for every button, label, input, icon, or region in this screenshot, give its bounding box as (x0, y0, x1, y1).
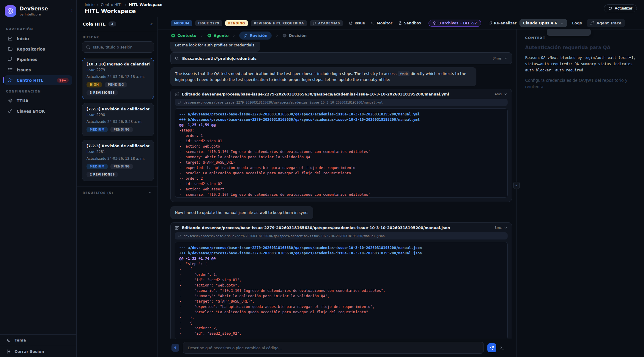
workspace-lower: Contexto Agente Revisión (158, 29, 644, 357)
diff-line: - target: ${APP_BASE_URL} (179, 160, 503, 165)
status-badge: PENDING (110, 127, 133, 132)
sidebar-item-pipelines[interactable]: Pipelines (4, 54, 72, 64)
diff-line: - "expected": "La aplicación queda acces… (179, 304, 503, 309)
card-updated: Actualizado 24-03-26, 12:18 a. m. (86, 156, 149, 161)
diff-viewer[interactable]: --- a/devsense/process/base-issue-2279-2… (175, 242, 508, 339)
sandbox-link[interactable]: Sandbox (398, 21, 421, 25)
diff-line: --- a/devsense/process/base-issue-2279-2… (179, 245, 503, 250)
chevron-right-icon (200, 34, 204, 37)
composer-input[interactable] (183, 342, 484, 354)
app-root: DevSense by Intellicore ‹ NAVEGACIÓN Ini… (0, 0, 644, 357)
chevron-down-icon[interactable] (504, 92, 508, 96)
diff-line: @@ -1,32 +1,74 @@ (179, 256, 503, 261)
monitor-link[interactable]: Monitor (371, 21, 392, 25)
list-icon (8, 67, 13, 72)
chat-composer (158, 339, 517, 357)
search-icon (175, 56, 179, 60)
sidebar-item-label: Repositorios (17, 47, 45, 51)
agent-message: Now I need to update the manual.json fil… (170, 206, 313, 219)
search-tool-call[interactable]: Buscando: auth.*profile|credentials 84ms (170, 52, 512, 64)
model-selector[interactable]: Claude Opus 4.6 (519, 19, 567, 27)
context-reason: Reason: QA vNext blocked by login/auth w… (525, 55, 638, 73)
queue-collapse-icon[interactable]: « (150, 22, 153, 26)
send-button[interactable] (487, 343, 496, 352)
sidebar-item-repositorios[interactable]: Repositorios (4, 44, 72, 54)
check-circle-icon (282, 33, 287, 38)
diff-line: +++ b/devsense/process/base-issue-2279-2… (179, 117, 503, 122)
edit-card-title: Editando devsense/process/base-issue-227… (182, 226, 450, 230)
file-path-bar: devsense/process/base-issue-2279-2026031… (175, 99, 508, 106)
diff-line: - { (179, 267, 503, 272)
step-contexto[interactable]: Contexto (171, 33, 196, 38)
logout-button[interactable]: Cerrar Sesión (0, 346, 76, 357)
sidebar-item-centro-hitl[interactable]: Centro HITL 99+ (4, 75, 72, 85)
context-title: Autenticación requerida para QA (525, 45, 638, 50)
reason-label: Reason: (525, 55, 540, 60)
reanalyze-button[interactable]: Re-analizar (488, 21, 517, 25)
step-decision[interactable]: Decisión (282, 33, 307, 38)
external-link-icon (349, 21, 353, 25)
context-collapse-icon[interactable]: « (513, 182, 520, 189)
edit-card-header[interactable]: Editando devsense/process/base-issue-227… (171, 89, 512, 99)
agent-trace-button[interactable]: Agent Trace (587, 19, 625, 27)
brand-subtitle: by Intellicore (20, 12, 48, 16)
chevron-down-icon (148, 191, 152, 195)
resolved-section-toggle[interactable]: RESUELTOS (5) (77, 187, 158, 195)
card-issue: Issue 2279 (86, 68, 149, 72)
search-section-label: BUSCAR (77, 31, 158, 41)
severity-badge: MEDIUM (171, 20, 192, 26)
content-columns: Cola HITL 3 « BUSCAR [10.3.10] Ingreso d… (77, 17, 644, 357)
sidebar-item-inicio[interactable]: Inicio (4, 34, 72, 43)
diff-line: - "action": "web.goto", (179, 283, 503, 288)
issue-number-badge: ISSUE 2279 (195, 20, 222, 26)
step-agente[interactable]: Agente (207, 33, 229, 38)
sidebar-item-ttua[interactable]: TTUA (4, 96, 72, 106)
diff-line: - "order": 1, (179, 272, 503, 277)
step-revision[interactable]: Revisión (239, 32, 272, 40)
breadcrumb-current: HITL Workspace (129, 2, 163, 7)
revisions-badge: 2 REVISIONES (86, 172, 118, 177)
queue-card-2281[interactable]: [7.2.3] Revisión de calificacion… Issue … (82, 140, 154, 181)
sidebar-item-claves-byok[interactable]: Claves BYOK (4, 106, 72, 116)
workflow-steps: Contexto Agente Revisión (158, 29, 517, 42)
queue-search-input[interactable] (93, 45, 150, 49)
paper-plane-icon (490, 346, 494, 350)
sidebar-item-issues[interactable]: Issues (4, 65, 72, 75)
sidebar-item-label: Inicio (17, 36, 29, 41)
zap-icon (173, 346, 177, 350)
brand-name: DevSense (20, 6, 48, 12)
breadcrumb-separator: › (97, 2, 98, 7)
tool-call-label: Buscando: auth.*profile|credentials (182, 56, 256, 61)
changed-files-pill[interactable]: 3 archivos +141 -57 (429, 20, 481, 27)
breadcrumb-home[interactable]: Inicio (85, 2, 95, 7)
breadcrumb-section[interactable]: Centro HITL (101, 2, 122, 7)
chevron-down-icon[interactable] (504, 226, 508, 230)
git-branch-icon (178, 234, 181, 238)
top-header: Inicio › Centro HITL › HITL Workspace HI… (77, 0, 644, 17)
queue-card-2279[interactable]: [10.3.10] Ingreso de calendarios… Issue … (82, 58, 154, 99)
folder-icon (8, 46, 13, 51)
resolved-label: RESUELTOS (5) (83, 191, 113, 195)
diff-viewer[interactable]: --- a/devsense/process/base-issue-2279-2… (175, 108, 508, 198)
sidebar-footer: Tema Cerrar Sesión (0, 334, 76, 357)
chevron-down-icon[interactable] (504, 57, 508, 60)
chevron-right-icon (232, 34, 236, 37)
refresh-button[interactable]: Actualizar (604, 4, 637, 12)
diff-line: - scenario: '[10.3.10] Ingreso de calend… (179, 192, 503, 197)
model-dropdown-panel[interactable] (547, 29, 591, 36)
ai-assist-button[interactable] (171, 344, 179, 352)
logs-link[interactable]: Logs (572, 21, 582, 25)
sidebar-item-label: Pipelines (17, 57, 37, 62)
refresh-icon (488, 21, 492, 25)
devsense-logo-icon (5, 5, 16, 17)
workspace-stack: MEDIUM ISSUE 2279 PENDING REVISION HITL … (158, 17, 644, 357)
issue-link[interactable]: Issue (349, 21, 365, 25)
edit-card-header[interactable]: Editando devsense/process/base-issue-227… (171, 223, 512, 232)
queue-card-2290[interactable]: [7.2.3] Revisión de calificacion… Issue … (82, 103, 154, 136)
theme-toggle[interactable]: Tema (0, 335, 76, 346)
sidebar-collapse-icon[interactable]: ‹ (70, 8, 72, 13)
card-issue: Issue 2290 (86, 113, 149, 117)
hitl-required-badge: REVISION HITL REQUERIDA (251, 20, 307, 26)
nav-section-label: NAVEGACIÓN (0, 23, 76, 33)
terminal-icon[interactable] (500, 345, 505, 350)
